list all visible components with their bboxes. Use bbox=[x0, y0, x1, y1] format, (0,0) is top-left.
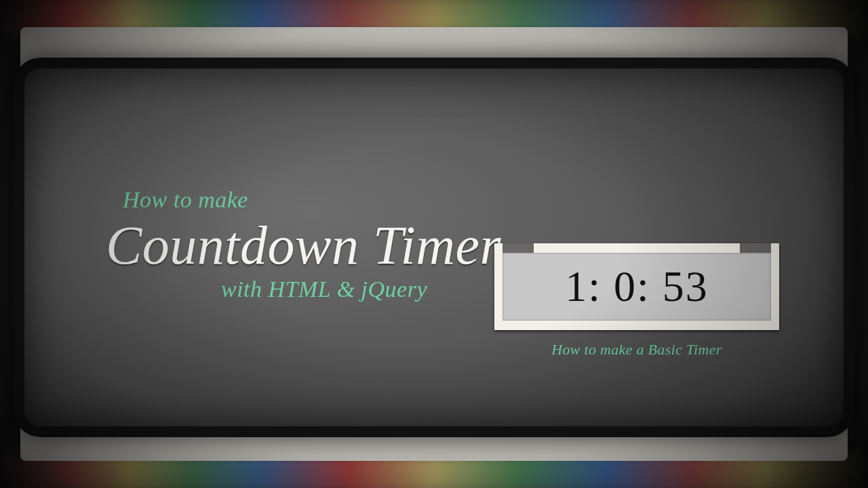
timer-caption: How to make a Basic Timer bbox=[494, 341, 779, 359]
timer-box: 1: 0: 53 bbox=[494, 243, 779, 330]
subtitle-text: with HTML & jQuery bbox=[221, 277, 501, 302]
timer-widget: 1: 0: 53 How to make a Basic Timer bbox=[494, 243, 779, 359]
headline-block: How to make Countdown Timer with HTML & … bbox=[106, 187, 501, 302]
content-frame: How to make Countdown Timer with HTML & … bbox=[14, 58, 854, 437]
kicker-text: How to make bbox=[123, 187, 501, 213]
timer-display: 1: 0: 53 bbox=[502, 253, 771, 321]
main-title: Countdown Timer bbox=[106, 218, 501, 272]
timer-value: 1: 0: 53 bbox=[565, 262, 709, 312]
